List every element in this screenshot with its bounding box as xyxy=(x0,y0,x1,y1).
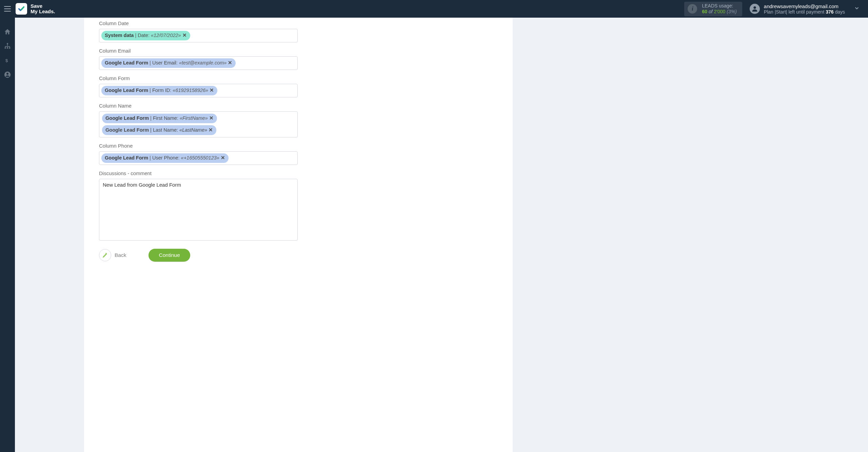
form-actions: Back Continue xyxy=(99,249,498,262)
app-logo[interactable] xyxy=(16,3,27,15)
plan-suffix: days xyxy=(834,9,845,15)
account-block[interactable]: andrewsavemyleads@gmail.com Plan |Start|… xyxy=(750,3,845,15)
usage-max: 2'000 xyxy=(714,9,726,14)
input-column-name[interactable]: Google Lead Form | First Name: «FirstNam… xyxy=(99,111,298,137)
token-system-date[interactable]: System data | Date: «12/07/2022»✕ xyxy=(101,31,190,40)
usage-current: 60 xyxy=(702,9,707,14)
leads-usage-box: i LEADS usage: 60 of 2'000 (3%) xyxy=(684,2,742,16)
chevron-down-icon[interactable] xyxy=(854,5,860,13)
checkmark-icon xyxy=(18,5,25,13)
field-column-form: Column Form Google Lead Form | Form ID: … xyxy=(99,75,498,97)
continue-button[interactable]: Continue xyxy=(149,249,190,262)
usage-of-word: of xyxy=(709,9,713,14)
plan-prefix: Plan |Start| left until payment xyxy=(764,9,826,15)
remove-token-icon[interactable]: ✕ xyxy=(221,155,225,161)
svg-rect-2 xyxy=(5,48,6,49)
usage-label: LEADS usage: xyxy=(702,3,736,9)
token-glf-firstname[interactable]: Google Lead Form | First Name: «FirstNam… xyxy=(102,114,217,123)
field-column-email: Column Email Google Lead Form | User Ema… xyxy=(99,48,498,70)
info-icon: i xyxy=(688,4,697,14)
token-glf-lastname[interactable]: Google Lead Form | Last Name: «LastName»… xyxy=(102,125,216,135)
remove-token-icon[interactable]: ✕ xyxy=(182,33,187,38)
label-column-phone: Column Phone xyxy=(99,143,498,149)
input-column-email[interactable]: Google Lead Form | User Email: «test@exa… xyxy=(99,56,298,70)
back-button[interactable]: Back xyxy=(99,249,126,261)
back-label: Back xyxy=(115,252,126,258)
input-column-date[interactable]: System data | Date: «12/07/2022»✕ xyxy=(99,29,298,42)
billing-icon[interactable]: $ xyxy=(3,56,12,64)
label-column-date: Column Date xyxy=(99,20,498,26)
label-column-name: Column Name xyxy=(99,103,498,109)
remove-token-icon[interactable]: ✕ xyxy=(210,88,214,93)
app-header: Save My Leads i LEADS usage: 60 of 2'000… xyxy=(0,0,868,18)
usage-value: 60 of 2'000 (3%) xyxy=(702,9,736,15)
account-plan: Plan |Start| left until payment 376 days xyxy=(764,9,845,15)
profile-icon[interactable] xyxy=(3,71,12,79)
plan-days: 376 xyxy=(826,9,833,15)
mapping-card: Column Date System data | Date: «12/07/2… xyxy=(84,18,513,452)
app-name: Save My Leads xyxy=(31,3,55,14)
token-glf-formid[interactable]: Google Lead Form | Form ID: «61929158926… xyxy=(101,86,217,95)
account-email: andrewsavemyleads@gmail.com xyxy=(764,3,845,9)
app-name-line1: Save xyxy=(31,3,55,9)
token-glf-email[interactable]: Google Lead Form | User Email: «test@exa… xyxy=(101,58,236,68)
svg-rect-4 xyxy=(9,48,11,49)
sidebar: $ xyxy=(0,18,15,452)
token-glf-phone[interactable]: Google Lead Form | User Phone: «+1650555… xyxy=(101,153,229,163)
comment-textarea[interactable] xyxy=(99,179,298,241)
avatar-icon xyxy=(750,4,760,14)
svg-point-7 xyxy=(6,73,8,75)
svg-point-0 xyxy=(753,6,756,9)
label-column-email: Column Email xyxy=(99,48,498,54)
app-name-line2: My Leads xyxy=(31,9,55,14)
usage-percent: (3%) xyxy=(727,9,737,14)
menu-toggle-icon[interactable] xyxy=(3,4,12,14)
svg-rect-1 xyxy=(7,43,8,44)
field-column-name: Column Name Google Lead Form | First Nam… xyxy=(99,103,498,137)
field-column-phone: Column Phone Google Lead Form | User Pho… xyxy=(99,143,498,165)
field-discussions-comment: Discussions - comment xyxy=(99,170,498,242)
remove-token-icon[interactable]: ✕ xyxy=(209,115,214,121)
input-column-phone[interactable]: Google Lead Form | User Phone: «+1650555… xyxy=(99,151,298,165)
field-column-date: Column Date System data | Date: «12/07/2… xyxy=(99,20,498,42)
remove-token-icon[interactable]: ✕ xyxy=(209,127,213,133)
label-discussions-comment: Discussions - comment xyxy=(99,170,498,176)
home-icon[interactable] xyxy=(3,28,12,36)
svg-rect-3 xyxy=(7,48,8,49)
label-column-form: Column Form xyxy=(99,75,498,81)
input-column-form[interactable]: Google Lead Form | Form ID: «61929158926… xyxy=(99,84,298,97)
remove-token-icon[interactable]: ✕ xyxy=(228,60,232,65)
pencil-icon xyxy=(99,249,111,261)
svg-text:$: $ xyxy=(5,58,8,63)
connections-icon[interactable] xyxy=(3,42,12,50)
